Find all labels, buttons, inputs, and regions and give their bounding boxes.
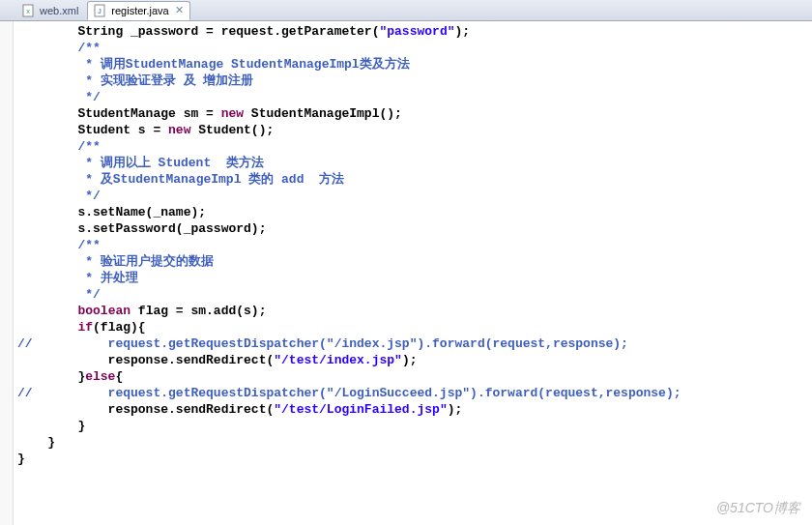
xml-file-icon: x [22, 4, 36, 17]
code-area[interactable]: String _password = request.getParameter(… [14, 21, 812, 525]
code-string: "password" [379, 24, 454, 39]
code-comment: * 及StudentManageImpl 类的 add 方法 [17, 171, 812, 188]
code-text [17, 304, 77, 318]
code-text: } [17, 434, 812, 451]
tab-register-java[interactable]: J register.java ✕ [87, 1, 189, 20]
code-text: response.sendRedirect( [17, 402, 274, 417]
code-comment: /** [17, 40, 812, 56]
tab-webxml[interactable]: x web.xml [15, 1, 85, 20]
close-icon[interactable]: ✕ [175, 4, 184, 16]
code-text: } [17, 369, 85, 384]
code-keyword: new [168, 123, 190, 137]
code-text: String _password = request.getParameter( [17, 24, 379, 39]
code-text: { [115, 369, 123, 384]
code-text: (flag){ [93, 320, 146, 335]
tab-label: register.java [111, 5, 168, 16]
code-text: StudentManage sm = [17, 106, 221, 121]
code-comment: /** [17, 237, 812, 253]
code-comment: */ [17, 188, 812, 204]
code-keyword: else [85, 369, 115, 384]
code-text [17, 320, 77, 335]
code-comment: * 并处理 [17, 270, 812, 286]
code-text: ); [448, 402, 463, 417]
code-comment: * 验证用户提交的数据 [17, 253, 812, 270]
java-file-icon: J [94, 4, 107, 17]
editor-area: String _password = request.getParameter(… [0, 21, 812, 525]
code-comment: * 实现验证登录 及 增加注册 [17, 73, 812, 89]
code-comment: */ [17, 89, 812, 105]
code-text: } [17, 418, 812, 434]
watermark: @51CTO博客 [716, 500, 800, 517]
code-comment: // request.getRequestDispatcher("/LoginS… [17, 385, 812, 401]
tab-bar: x web.xml J register.java ✕ [0, 0, 812, 21]
code-comment: * 调用以上 Student 类方法 [17, 155, 812, 171]
code-string: "/test/LoginFailed.jsp" [274, 402, 447, 417]
code-text: ); [402, 353, 418, 367]
tab-label: web.xml [40, 5, 78, 16]
code-comment: * 调用StudentManage StudentManageImpl类及方法 [17, 56, 812, 73]
code-text: Student s = [17, 123, 168, 137]
svg-text:J: J [99, 8, 102, 15]
code-string: "/test/index.jsp" [274, 353, 402, 367]
code-text: s.setName(_name); [17, 204, 812, 220]
code-keyword: if [77, 320, 93, 335]
svg-text:x: x [26, 8, 30, 15]
code-keyword: boolean [77, 304, 130, 318]
code-text: s.setPassword(_password); [17, 220, 812, 237]
marker-strip [0, 21, 14, 525]
code-text: ); [454, 24, 470, 39]
code-text: StudentManageImpl(); [244, 106, 402, 121]
code-text: } [17, 451, 812, 467]
code-text: flag = sm.add(s); [130, 304, 266, 318]
code-keyword: new [221, 106, 244, 121]
code-text: response.sendRedirect( [17, 353, 274, 367]
code-comment: // request.getRequestDispatcher("/index.… [17, 335, 812, 352]
code-comment: /** [17, 138, 812, 155]
code-text: Student(); [190, 123, 274, 137]
code-comment: */ [17, 286, 812, 303]
